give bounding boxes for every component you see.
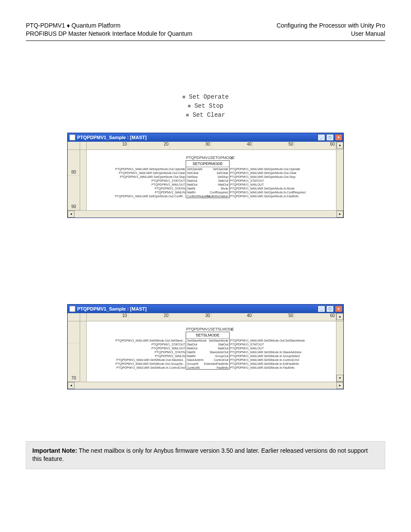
- close-button[interactable]: ×: [335, 134, 342, 141]
- titlebar[interactable]: PTQPDPMV1_Sample : [MAST] _ □ ×: [68, 133, 343, 142]
- scroll-right-button[interactable]: ▸: [336, 382, 343, 389]
- window-title: PTQPDPMV1_Sample : [MAST]: [77, 306, 146, 311]
- horizontal-scrollbar[interactable]: ◂ ▸: [68, 382, 343, 389]
- minimize-button[interactable]: _: [318, 305, 325, 312]
- hdr-left-a: PTQ-PDPMV1: [26, 22, 65, 29]
- set-modes-list: ■ Set Operate ■ Set Stop ■ Set Clear: [26, 93, 385, 120]
- hdr-right2: User Manual: [277, 30, 385, 38]
- horizontal-ruler: 10 20 30 40 50 60: [87, 142, 336, 149]
- hdr-right1: Configuring the Processor with Unity Pro: [277, 22, 385, 30]
- scroll-down-button[interactable]: ▾: [336, 375, 343, 382]
- horizontal-scrollbar[interactable]: ◂ ▸: [68, 210, 343, 218]
- scroll-left-button[interactable]: ◂: [68, 382, 75, 389]
- function-block-setopermode[interactable]: PTQPDPMV1SETOPMODE 5 SETOPERMODE SetOper…: [186, 160, 230, 198]
- titlebar[interactable]: PTQPDPMV1_Sample : [MAST] _ □ ×: [68, 305, 343, 313]
- vertical-ruler: 80 90: [68, 150, 80, 210]
- divider: [26, 40, 385, 41]
- function-block-setslmode[interactable]: PTQPDPMV1SETSLMODE 5 SETSLMODE SetSlaveM…: [186, 332, 230, 370]
- fbd-canvas[interactable]: PTQPDPMV1SETOPMODE 5 SETOPERMODE SetOper…: [87, 150, 336, 210]
- fbd-window-setslmode: PTQPDPMV1_Sample : [MAST] _ □ × 10 20 30…: [67, 304, 344, 389]
- hdr-left2: PROFIBUS DP Master Network Interface Mod…: [26, 30, 192, 38]
- window-title: PTQPDPMV1_Sample : [MAST]: [77, 135, 146, 140]
- vertical-ruler: 70: [68, 321, 80, 382]
- horizontal-ruler: 10 20 30 40 50 60: [87, 313, 336, 321]
- scroll-up-button[interactable]: ▴: [336, 313, 343, 320]
- maximize-button[interactable]: □: [326, 134, 334, 141]
- scroll-left-button[interactable]: ◂: [68, 211, 75, 218]
- window-icon: [69, 134, 75, 140]
- note-text: The next mailbox is only for Anybus firm…: [32, 447, 368, 463]
- window-icon: [69, 306, 75, 312]
- vertical-scrollbar[interactable]: ▾: [336, 321, 343, 382]
- scroll-up-button[interactable]: ▴: [336, 142, 343, 149]
- close-button[interactable]: ×: [335, 305, 342, 312]
- page-header: PTQ-PDPMV1 ♦ Quantum Platform PROFIBUS D…: [26, 22, 385, 38]
- fbd-window-setopmode: PTQPDPMV1_Sample : [MAST] _ □ × 10 20 30…: [67, 133, 344, 218]
- hdr-left-b: Quantum Platform: [72, 22, 121, 29]
- maximize-button[interactable]: □: [326, 305, 334, 312]
- fbd-canvas[interactable]: PTQPDPMV1SETSLMODE 5 SETSLMODE SetSlaveM…: [87, 321, 336, 382]
- vertical-scrollbar[interactable]: [336, 150, 343, 210]
- scroll-right-button[interactable]: ▸: [336, 211, 343, 218]
- important-note: Important Note: The next mailbox is only…: [26, 441, 385, 469]
- minimize-button[interactable]: _: [318, 134, 325, 141]
- note-bold: Important Note:: [32, 447, 77, 454]
